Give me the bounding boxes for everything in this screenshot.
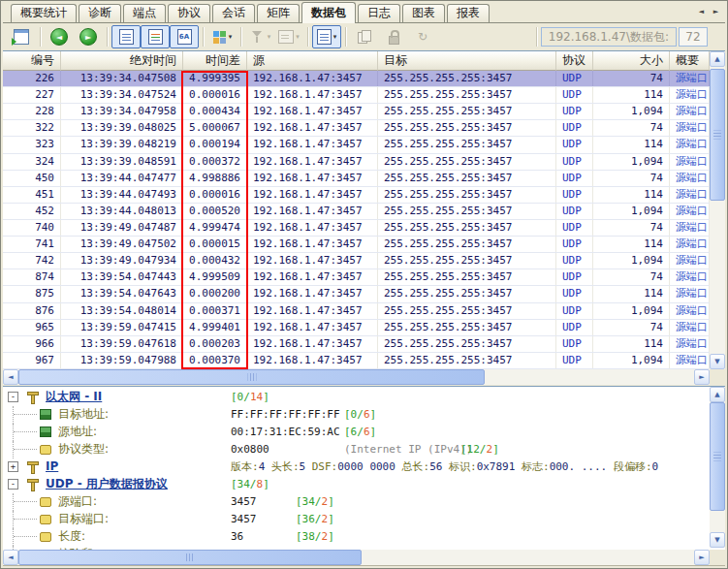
export-icon <box>357 29 373 46</box>
decode-vscroll-thumb[interactable] <box>710 402 725 511</box>
decode-vscroll-track[interactable] <box>710 402 725 532</box>
column-header-destination[interactable]: 目标 <box>378 51 556 71</box>
cell-size: 74 <box>593 220 670 236</box>
decode-hscroll-track[interactable] <box>18 550 694 565</box>
tab-conversation[interactable]: 会话 <box>212 4 255 22</box>
byte-range-badge: [0/6] <box>344 406 376 423</box>
cell-source: 192.168.1.47:3457 <box>247 120 378 136</box>
cell-abs-time: 13:39:59.047618 <box>61 336 183 352</box>
table-row[interactable]: 96713:39:59.0479880.000370192.168.1.47:3… <box>3 353 710 369</box>
decode-hscrollbar[interactable]: ◄ ► <box>3 550 710 565</box>
hex-view-button[interactable]: 6A <box>170 25 199 48</box>
tab-endpoint[interactable]: 端点 <box>123 4 166 22</box>
toolbar-separator <box>203 27 204 47</box>
scroll-left-icon[interactable]: ◄ <box>3 550 18 565</box>
column-header-size[interactable]: 大小 <box>593 51 670 71</box>
cell-no: 875 <box>3 286 61 301</box>
packet-list-vscrollbar[interactable]: ▲ ▼ <box>710 51 725 369</box>
column-header-summary[interactable]: 概要 <box>670 51 710 71</box>
packet-list-hscroll-thumb[interactable] <box>18 369 485 385</box>
table-row[interactable]: 22713:39:34.0475240.000016192.168.1.47:3… <box>3 87 710 104</box>
tab-protocol[interactable]: 协议 <box>168 4 210 22</box>
tab-scroll-right-icon[interactable]: ► <box>711 6 721 17</box>
packet-list-view-button[interactable] <box>111 25 141 48</box>
scroll-left-icon[interactable]: ◄ <box>3 369 18 385</box>
table-row[interactable]: 22613:39:34.0475084.999395192.168.1.47:3… <box>3 71 710 87</box>
cell-summary: 源端口 <box>670 303 710 319</box>
decode-row-3[interactable]: 协议类型:0x0800(Internet IP (IPv4))[12/2] <box>3 441 710 458</box>
tree-expand-icon[interactable]: + <box>8 461 18 472</box>
table-row[interactable]: 45113:39:44.0474930.000016192.168.1.47:3… <box>3 187 710 204</box>
decode-row-4[interactable]: +IP版本:4 头长:5 DSF:0000 0000 总长:56 标识:0x78… <box>3 458 710 476</box>
decode-field-label: UDP - 用户数据报协议 <box>46 476 168 492</box>
decode-row-1[interactable]: 目标地址:FF:FF:FF:FF:FF:FF[0/6] <box>3 406 710 424</box>
table-row[interactable]: 87413:39:54.0474434.999509192.168.1.47:3… <box>3 269 710 286</box>
tab-diagnosis[interactable]: 诊断 <box>79 4 121 22</box>
table-row[interactable]: 96613:39:59.0476180.000203192.168.1.47:3… <box>3 336 710 353</box>
cell-summary: 源端口 <box>670 171 710 186</box>
table-row[interactable]: 74113:39:49.0475020.000015192.168.1.47:3… <box>3 237 710 253</box>
scroll-down-icon[interactable]: ▼ <box>710 532 725 548</box>
tree-collapse-icon[interactable]: - <box>8 479 18 490</box>
toolbar-separator <box>345 27 346 47</box>
back-button[interactable]: ◄ <box>45 25 74 48</box>
decode-vscrollbar[interactable]: ▲ ▼ <box>710 387 725 548</box>
cell-abs-time: 13:39:34.047508 <box>61 71 183 86</box>
column-header-source[interactable]: 源 <box>247 51 378 71</box>
table-row[interactable]: 74213:39:49.0479340.000432192.168.1.47:3… <box>3 253 710 269</box>
column-header-no[interactable]: 编号 <box>3 51 61 71</box>
tab-packet[interactable]: 数据包 <box>301 2 356 23</box>
cell-no: 740 <box>3 220 61 236</box>
decode-row-8[interactable]: 长度:36[38/2] <box>3 528 710 546</box>
column-button[interactable]: ▾ <box>312 25 341 48</box>
field-view-button[interactable] <box>141 25 170 48</box>
cell-size: 114 <box>593 187 670 203</box>
column-header-protocol[interactable]: 协议 <box>556 51 593 71</box>
scroll-right-icon[interactable]: ► <box>694 550 710 565</box>
tree-collapse-icon[interactable]: - <box>8 392 18 402</box>
tab-chart[interactable]: 图表 <box>402 4 445 22</box>
table-row[interactable]: 32313:39:39.0482190.000194192.168.1.47:3… <box>3 137 710 153</box>
decode-field-label: 目标端口: <box>58 511 109 527</box>
table-row[interactable]: 45213:39:44.0480130.000520192.168.1.47:3… <box>3 204 710 220</box>
cell-time-delta: 0.000203 <box>183 336 247 352</box>
column-header-time-delta[interactable]: 时间差 <box>183 51 247 71</box>
toolbar-separator <box>40 27 41 47</box>
packet-list-hscroll-track[interactable] <box>18 369 694 385</box>
tab-report[interactable]: 报表 <box>447 4 490 22</box>
decode-field-label: 校验和: <box>58 546 97 550</box>
scroll-up-icon[interactable]: ▲ <box>710 51 725 67</box>
tab-summary[interactable]: 概要统计 <box>11 4 77 22</box>
decode-row-5[interactable]: -UDP - 用户数据报协议[34/8] <box>3 476 710 493</box>
packet-window-button[interactable] <box>7 25 36 48</box>
column-header-abs-time[interactable]: 绝对时间 <box>61 51 183 71</box>
table-row[interactable]: 45013:39:44.0474774.998886192.168.1.47:3… <box>3 171 710 187</box>
packet-list-vscroll-thumb[interactable] <box>710 69 725 201</box>
table-row[interactable]: 74013:39:49.0474874.999474192.168.1.47:3… <box>3 220 710 237</box>
packet-list-hscrollbar[interactable]: ◄ ► <box>3 369 710 385</box>
table-row[interactable]: 87613:39:54.0480140.000371192.168.1.47:3… <box>3 303 710 320</box>
cell-destination: 255.255.255.255:3457 <box>378 187 556 203</box>
decode-row-6[interactable]: 源端口:3457[34/2] <box>3 493 710 511</box>
decode-row-2[interactable]: 源地址:00:17:31:EC:59:AC[6/6] <box>3 424 710 441</box>
lock-icon <box>386 29 402 46</box>
decode-row-7[interactable]: 目标端口:3457[36/2] <box>3 511 710 528</box>
scroll-down-icon[interactable]: ▼ <box>710 354 725 369</box>
table-row[interactable]: 96513:39:59.0474154.999401192.168.1.47:3… <box>3 320 710 336</box>
cell-size: 114 <box>593 237 670 252</box>
decode-row-0[interactable]: -以太网 - II[0/14] <box>3 389 710 406</box>
cell-source: 192.168.1.47:3457 <box>247 286 378 301</box>
tab-matrix[interactable]: 矩阵 <box>257 4 300 22</box>
table-row[interactable]: 22813:39:34.0479580.000434192.168.1.47:3… <box>3 104 710 120</box>
forward-button[interactable]: ► <box>74 25 103 48</box>
tab-log[interactable]: 日志 <box>358 4 400 22</box>
scroll-up-icon[interactable]: ▲ <box>710 387 725 402</box>
decode-hscroll-thumb[interactable] <box>18 550 362 565</box>
table-row[interactable]: 32413:39:39.0485910.000372192.168.1.47:3… <box>3 154 710 171</box>
display-filter-button[interactable]: ▾ <box>207 25 237 48</box>
scroll-right-icon[interactable]: ► <box>694 369 710 385</box>
packet-list-vscroll-track[interactable] <box>710 67 725 354</box>
table-row[interactable]: 87513:39:54.0476430.000200192.168.1.47:3… <box>3 286 710 302</box>
tab-scroll-left-icon[interactable]: ◄ <box>696 6 707 17</box>
table-row[interactable]: 32213:39:39.0480255.000067192.168.1.47:3… <box>3 120 710 137</box>
